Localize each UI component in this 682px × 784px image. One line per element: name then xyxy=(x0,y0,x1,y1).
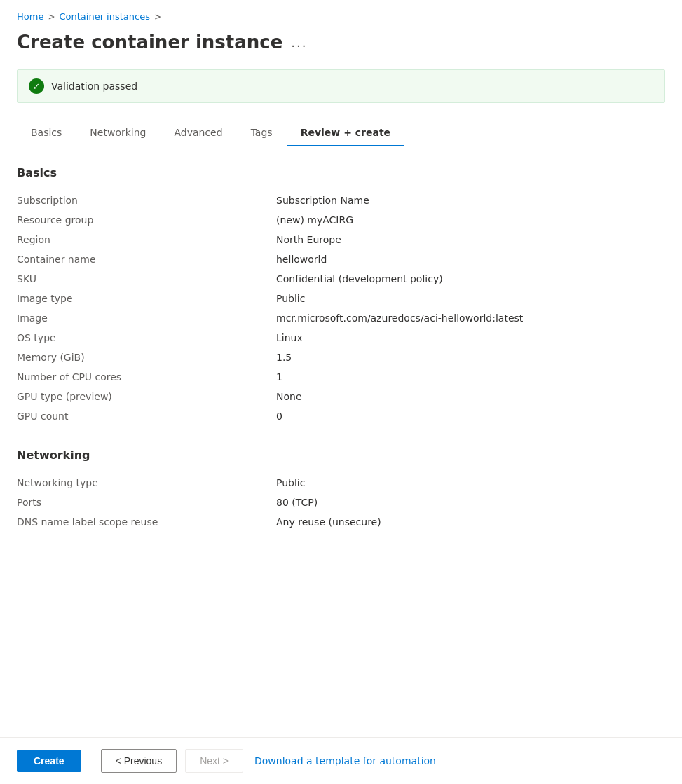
field-memory: Memory (GiB) 1.5 xyxy=(17,348,665,367)
field-subscription-value: Subscription Name xyxy=(276,195,369,206)
field-image-type-value: Public xyxy=(276,293,305,304)
breadcrumb: Home > Container instances > xyxy=(17,11,665,22)
tab-tags[interactable]: Tags xyxy=(237,120,287,146)
field-memory-value: 1.5 xyxy=(276,352,292,363)
field-image-type-label: Image type xyxy=(17,293,276,304)
validation-success-icon xyxy=(29,78,44,94)
basics-section: Basics Subscription Subscription Name Re… xyxy=(17,166,665,426)
field-gpu-type-value: None xyxy=(276,391,302,402)
field-os-type-label: OS type xyxy=(17,332,276,343)
field-image-label: Image xyxy=(17,312,276,324)
field-resource-group: Resource group (new) myACIRG xyxy=(17,210,665,230)
field-region-value: North Europe xyxy=(276,234,341,245)
validation-text: Validation passed xyxy=(51,81,137,92)
field-os-type: OS type Linux xyxy=(17,328,665,348)
field-resource-group-label: Resource group xyxy=(17,214,276,226)
field-ports: Ports 80 (TCP) xyxy=(17,493,665,512)
next-button: Next > xyxy=(185,749,243,773)
field-cpu-cores-label: Number of CPU cores xyxy=(17,371,276,383)
field-memory-label: Memory (GiB) xyxy=(17,352,276,363)
create-button[interactable]: Create xyxy=(17,750,81,772)
field-region-label: Region xyxy=(17,234,276,245)
field-gpu-count-value: 0 xyxy=(276,411,282,422)
breadcrumb-home[interactable]: Home xyxy=(17,11,43,22)
field-sku: SKU Confidential (development policy) xyxy=(17,269,665,289)
field-os-type-value: Linux xyxy=(276,332,303,343)
basics-section-title: Basics xyxy=(17,166,665,179)
field-cpu-cores: Number of CPU cores 1 xyxy=(17,367,665,387)
field-container-name: Container name helloworld xyxy=(17,249,665,269)
field-ports-value: 80 (TCP) xyxy=(276,497,318,508)
field-dns-label-scope-label: DNS name label scope reuse xyxy=(17,516,276,528)
field-region: Region North Europe xyxy=(17,230,665,249)
breadcrumb-container-instances[interactable]: Container instances xyxy=(59,11,150,22)
field-image-value: mcr.microsoft.com/azuredocs/aci-hellowor… xyxy=(276,312,523,324)
field-subscription-label: Subscription xyxy=(17,195,276,206)
field-ports-label: Ports xyxy=(17,497,276,508)
footer: Create < Previous Next > Download a temp… xyxy=(0,737,682,784)
page-title: Create container instance xyxy=(17,32,282,53)
field-gpu-count-label: GPU count xyxy=(17,411,276,422)
page-title-row: Create container instance ... xyxy=(17,32,665,53)
field-container-name-value: helloworld xyxy=(276,254,327,265)
field-image: Image mcr.microsoft.com/azuredocs/aci-he… xyxy=(17,308,665,328)
field-gpu-type-label: GPU type (preview) xyxy=(17,391,276,402)
tab-review-create[interactable]: Review + create xyxy=(287,120,404,146)
more-options-button[interactable]: ... xyxy=(291,35,307,50)
download-template-link[interactable]: Download a template for automation xyxy=(254,755,436,766)
field-dns-label-scope-value: Any reuse (unsecure) xyxy=(276,516,381,528)
field-networking-type-label: Networking type xyxy=(17,477,276,488)
field-dns-label-scope: DNS name label scope reuse Any reuse (un… xyxy=(17,512,665,532)
tabs-container: Basics Networking Advanced Tags Review +… xyxy=(17,120,665,146)
field-networking-type-value: Public xyxy=(276,477,305,488)
tab-networking[interactable]: Networking xyxy=(76,120,160,146)
field-sku-value: Confidential (development policy) xyxy=(276,273,443,284)
field-gpu-count: GPU count 0 xyxy=(17,406,665,426)
field-sku-label: SKU xyxy=(17,273,276,284)
breadcrumb-sep-2: > xyxy=(154,12,161,22)
field-networking-type: Networking type Public xyxy=(17,473,665,493)
validation-banner: Validation passed xyxy=(17,69,665,103)
field-resource-group-value: (new) myACIRG xyxy=(276,214,353,226)
tab-basics[interactable]: Basics xyxy=(17,120,76,146)
previous-button[interactable]: < Previous xyxy=(101,749,177,773)
field-gpu-type: GPU type (preview) None xyxy=(17,387,665,406)
field-cpu-cores-value: 1 xyxy=(276,371,282,383)
tab-advanced[interactable]: Advanced xyxy=(160,120,236,146)
breadcrumb-sep-1: > xyxy=(48,12,55,22)
field-container-name-label: Container name xyxy=(17,254,276,265)
networking-section: Networking Networking type Public Ports … xyxy=(17,448,665,532)
networking-section-title: Networking xyxy=(17,448,665,462)
field-image-type: Image type Public xyxy=(17,289,665,308)
field-subscription: Subscription Subscription Name xyxy=(17,191,665,210)
